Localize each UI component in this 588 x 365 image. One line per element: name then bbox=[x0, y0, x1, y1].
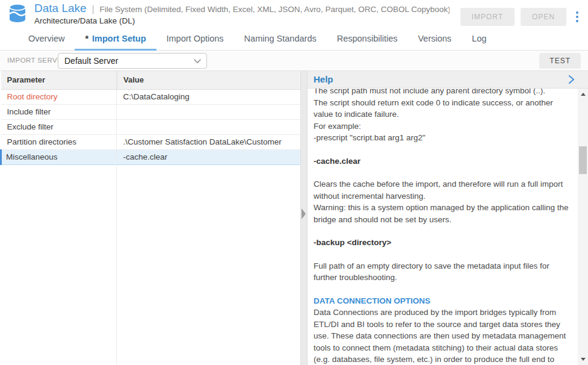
scroll-down-icon[interactable] bbox=[578, 355, 588, 364]
import-server-select[interactable]: Default Server bbox=[58, 53, 207, 69]
title-separator: | bbox=[92, 4, 94, 14]
parameters-table: Parameter Value Root directory C:\DataCa… bbox=[0, 71, 300, 165]
help-header: Help bbox=[308, 71, 588, 89]
help-paragraph: Clears the cache before the import, and … bbox=[314, 178, 569, 225]
breadcrumb: Architecture/Data Lake (DL) bbox=[34, 16, 450, 25]
table-row[interactable]: Exclude filter bbox=[1, 119, 301, 134]
help-panel: Help The script path must not include an… bbox=[308, 71, 588, 365]
page-title: Data Lake bbox=[34, 2, 87, 15]
table-row-selected[interactable]: Miscellaneous -cache.clear bbox=[1, 149, 301, 164]
chevron-down-icon bbox=[194, 59, 201, 64]
tab-versions[interactable]: Versions bbox=[407, 28, 462, 51]
main-area: Parameter Value Root directory C:\DataCa… bbox=[0, 71, 588, 365]
help-scrollbar[interactable] bbox=[578, 89, 588, 365]
import-server-row: IMPORT SERVER Default Server TEST bbox=[0, 51, 588, 71]
unsaved-indicator: * bbox=[85, 34, 88, 43]
import-button[interactable]: IMPORT bbox=[460, 8, 515, 26]
top-header: Data Lake | File System (Delimited, Fixe… bbox=[0, 0, 588, 28]
title-block: Data Lake | File System (Delimited, Fixe… bbox=[34, 2, 450, 25]
test-button[interactable]: TEST bbox=[539, 53, 581, 69]
help-option-heading: -backup <directory> bbox=[314, 237, 569, 249]
help-paragraph: The script path must not include any par… bbox=[314, 89, 569, 144]
parameters-panel: Parameter Value Root directory C:\DataCa… bbox=[0, 71, 300, 365]
app-window: Data Lake | File System (Delimited, Fixe… bbox=[0, 0, 588, 365]
help-title: Help bbox=[314, 74, 333, 84]
column-header-parameter: Parameter bbox=[1, 71, 117, 89]
chevron-right-icon[interactable] bbox=[568, 75, 575, 87]
help-paragraph: Full path of an empty directory to save … bbox=[314, 260, 569, 284]
scroll-up-icon[interactable] bbox=[578, 90, 588, 99]
help-paragraph: Data Connections are produced by the imp… bbox=[314, 307, 569, 365]
tab-import-options[interactable]: Import Options bbox=[156, 28, 234, 51]
tab-log[interactable]: Log bbox=[462, 28, 492, 51]
scrollbar-thumb[interactable] bbox=[579, 146, 587, 174]
column-divider bbox=[116, 71, 117, 365]
panel-splitter[interactable] bbox=[300, 71, 308, 365]
open-button[interactable]: OPEN bbox=[521, 8, 566, 26]
bridge-subtitle: File System (Delimited, Fixed Width, Exc… bbox=[100, 5, 450, 14]
table-row[interactable]: Partition directories .\Customer Satisfa… bbox=[1, 134, 301, 149]
table-row[interactable]: Root directory C:\DataCataloging bbox=[1, 89, 301, 104]
tab-bar: Overview *Import Setup Import Options Na… bbox=[0, 28, 588, 51]
column-header-value: Value bbox=[117, 71, 301, 89]
tab-overview[interactable]: Overview bbox=[18, 28, 75, 51]
tab-naming-standards[interactable]: Naming Standards bbox=[234, 28, 327, 51]
help-section-heading: DATA CONNECTION OPTIONS bbox=[314, 295, 569, 307]
help-option-heading: -cache.clear bbox=[314, 155, 569, 167]
tab-responsibilities[interactable]: Responsibilities bbox=[327, 28, 408, 51]
tab-strip: Overview *Import Setup Import Options Na… bbox=[18, 28, 492, 51]
help-content: The script path must not include any par… bbox=[308, 89, 578, 365]
splitter-collapse-icon[interactable] bbox=[302, 208, 306, 219]
kebab-menu-icon[interactable] bbox=[572, 9, 582, 25]
tab-import-setup[interactable]: *Import Setup bbox=[75, 28, 156, 51]
table-row[interactable]: Include filter bbox=[1, 104, 301, 119]
data-lake-database-icon bbox=[7, 4, 28, 23]
